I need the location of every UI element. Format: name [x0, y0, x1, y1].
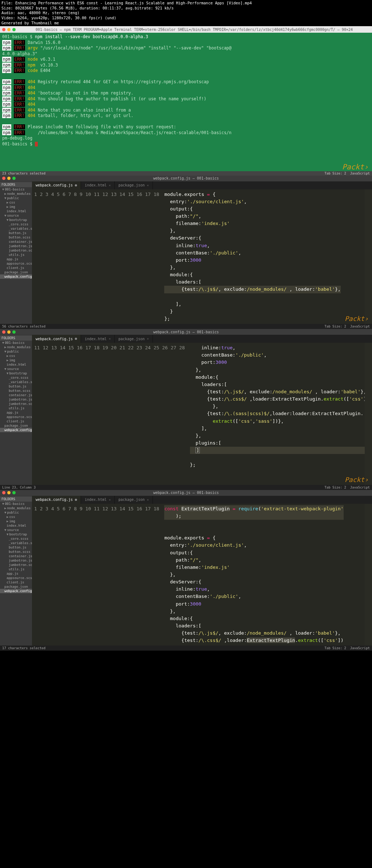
status-lang[interactable]: JavaScript — [350, 646, 370, 650]
close-icon[interactable] — [2, 491, 5, 494]
sidebar-item[interactable]: ▶img — [0, 519, 32, 523]
minimap[interactable] — [365, 504, 372, 646]
sidebar-item[interactable]: app.js — [0, 410, 32, 415]
sidebar-item[interactable]: _core.scss — [0, 222, 32, 226]
sidebar-item[interactable]: ▼public — [0, 510, 32, 515]
sidebar-item[interactable]: button.scss — [0, 235, 32, 240]
sidebar-item[interactable]: utils.js — [0, 253, 32, 257]
code-content[interactable]: module.exports = { entry:'./source/clien… — [163, 189, 342, 324]
sidebar-item[interactable]: ▶css — [0, 354, 32, 358]
sidebar-item[interactable]: ▶img — [0, 358, 32, 362]
sidebar-item[interactable]: package.json — [0, 423, 32, 428]
sidebar-item[interactable]: ▶node_modules — [0, 345, 32, 349]
sidebar-item[interactable]: ▶img — [0, 205, 32, 209]
code-area[interactable]: 11 12 13 14 15 16 17 18 19 20 21 22 23 2… — [32, 343, 372, 485]
editor-titlebar[interactable]: webpack.config.js — 001-basics — [0, 329, 372, 335]
sidebar-item[interactable]: button.js — [0, 545, 32, 550]
sidebar-item[interactable]: client.js — [0, 419, 32, 423]
sidebar-item[interactable]: _variables.scss — [0, 380, 32, 384]
tab[interactable]: index.html× — [81, 181, 115, 189]
sidebar-item[interactable]: jumbotron.js — [0, 558, 32, 563]
tab[interactable]: package.json× — [115, 335, 153, 343]
sidebar-item[interactable]: button.scss — [0, 550, 32, 554]
tab[interactable]: index.html× — [81, 335, 115, 343]
tab[interactable]: package.json× — [115, 496, 153, 504]
sidebar-item[interactable]: webpack.config.js — [0, 589, 32, 593]
sidebar-item[interactable]: ▼001-basics — [0, 187, 32, 192]
sidebar-item[interactable]: appsource.scss — [0, 576, 32, 580]
sidebar-item[interactable]: client.js — [0, 266, 32, 270]
sidebar-item[interactable]: jumbotron.js — [0, 397, 32, 402]
sidebar-item[interactable]: ▶css — [0, 200, 32, 205]
status-tabsize[interactable]: Tab Size: 2 — [324, 172, 346, 175]
tab[interactable]: webpack.config.js — [32, 335, 81, 343]
code-area[interactable]: 1 2 3 4 5 6 7 8 9 10 11 12 13 14 15 16 1… — [32, 504, 372, 646]
sidebar-item[interactable]: container.js — [0, 393, 32, 397]
editor-titlebar[interactable]: webpack.config.js — 001-basics — [0, 176, 372, 181]
terminal-body[interactable]: 001-basics $ npm install --save-dev boot… — [0, 33, 372, 171]
status-lang[interactable]: JavaScript — [350, 325, 370, 328]
close-icon[interactable] — [2, 177, 5, 180]
sidebar-item[interactable]: ▼public — [0, 196, 32, 200]
maximize-icon[interactable] — [12, 330, 16, 334]
editor-titlebar[interactable]: webpack.config.js — 001-basics — [0, 490, 372, 496]
sidebar-item[interactable]: container.js — [0, 240, 32, 244]
minimap[interactable] — [365, 189, 372, 324]
minimize-icon[interactable] — [7, 330, 11, 334]
sidebar-item[interactable]: ▼bootstrap — [0, 218, 32, 222]
code-content[interactable]: inline:true, contentBase:'./public', por… — [189, 343, 371, 485]
sidebar-item[interactable]: jumbotron.scss — [0, 402, 32, 406]
close-icon[interactable] — [2, 330, 5, 334]
sidebar-item[interactable]: client.js — [0, 580, 32, 584]
sidebar-item[interactable]: jumbotron.scss — [0, 248, 32, 253]
sidebar-item[interactable]: _core.scss — [0, 375, 32, 380]
sidebar[interactable]: FOLDERS ▼001-basics▶node_modules▼public▶… — [0, 496, 32, 646]
sidebar-item[interactable]: button.scss — [0, 389, 32, 393]
sidebar-item[interactable]: ▼bootstrap — [0, 371, 32, 375]
maximize-icon[interactable] — [12, 28, 16, 31]
sidebar-item[interactable]: ▼001-basics — [0, 341, 32, 345]
sidebar-item[interactable]: package.json — [0, 270, 32, 274]
sidebar-item[interactable]: webpack.config.js — [0, 428, 32, 432]
sidebar-item[interactable]: _variables.scss — [0, 541, 32, 545]
status-lang[interactable]: JavaScript — [350, 172, 370, 175]
minimize-icon[interactable] — [7, 177, 11, 180]
sidebar-item[interactable]: _core.scss — [0, 537, 32, 541]
sidebar-item[interactable]: jumbotron.scss — [0, 563, 32, 567]
sidebar-item[interactable]: app.js — [0, 571, 32, 576]
minimize-icon[interactable] — [7, 28, 11, 31]
sidebar-item[interactable]: ▼source — [0, 528, 32, 532]
sidebar-item[interactable]: appsource.scss — [0, 261, 32, 266]
minimize-icon[interactable] — [7, 491, 11, 494]
tab[interactable]: webpack.config.js — [32, 181, 81, 189]
sidebar-item[interactable]: _variables.scss — [0, 226, 32, 231]
sidebar-item[interactable]: index.html — [0, 362, 32, 367]
sidebar-item[interactable]: utils.js — [0, 406, 32, 410]
sidebar-item[interactable]: ▶css — [0, 515, 32, 519]
sidebar-item[interactable]: app.js — [0, 257, 32, 261]
sidebar-item[interactable]: webpack.config.js — [0, 274, 32, 279]
sidebar-item[interactable]: appsource.scss — [0, 415, 32, 419]
sidebar[interactable]: FOLDERS ▼001-basics▶node_modules▼public▶… — [0, 335, 32, 485]
tab[interactable]: package.json× — [115, 181, 153, 189]
status-tabsize[interactable]: Tab Size: 2 — [324, 486, 346, 489]
sidebar-item[interactable]: package.json — [0, 584, 32, 589]
code-content[interactable]: const ExtractTextPlugin = require('extra… — [163, 504, 345, 646]
sidebar-item[interactable]: ▼public — [0, 349, 32, 354]
sidebar-item[interactable]: ▼source — [0, 367, 32, 371]
sidebar-item[interactable]: ▶node_modules — [0, 506, 32, 510]
sidebar[interactable]: FOLDERS ▼001-basics▶node_modules▼public▶… — [0, 181, 32, 324]
terminal-titlebar[interactable]: 001-basics — npm TERM_PROGRAM=Apple_Term… — [0, 26, 372, 33]
sidebar-item[interactable]: container.js — [0, 554, 32, 558]
close-icon[interactable] — [2, 28, 5, 31]
sidebar-item[interactable]: ▼bootstrap — [0, 532, 32, 537]
sidebar-item[interactable]: ▼source — [0, 213, 32, 218]
sidebar-item[interactable]: jumbotron.js — [0, 244, 32, 248]
status-tabsize[interactable]: Tab Size: 2 — [324, 325, 346, 328]
sidebar-item[interactable]: button.js — [0, 384, 32, 389]
code-area[interactable]: 1 2 3 4 5 6 7 8 9 10 11 12 13 14 15 16 1… — [32, 189, 372, 324]
minimap[interactable] — [365, 343, 372, 485]
sidebar-item[interactable]: utils.js — [0, 567, 32, 571]
maximize-icon[interactable] — [12, 491, 16, 494]
sidebar-item[interactable]: button.js — [0, 231, 32, 235]
